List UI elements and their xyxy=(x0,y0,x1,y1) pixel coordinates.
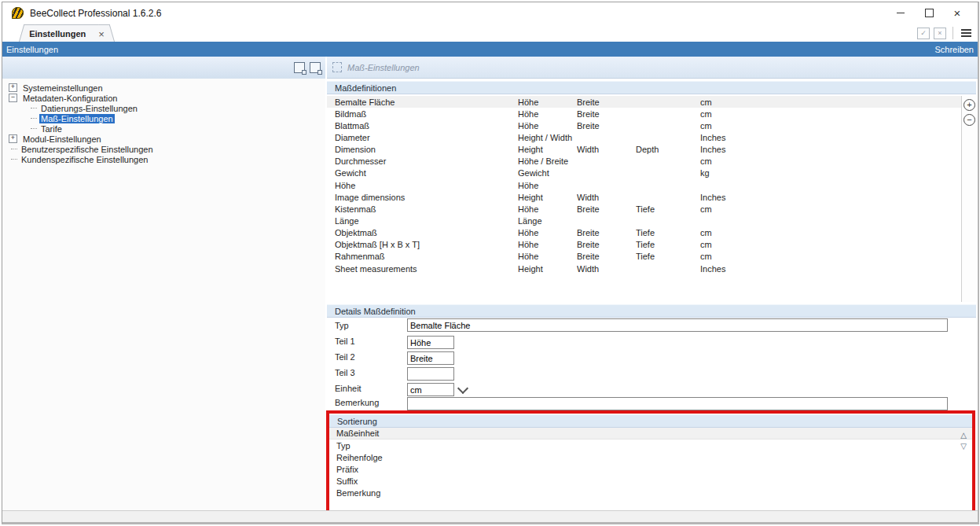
tree-item-label: Systemeinstellungen xyxy=(21,83,105,93)
minimize-icon xyxy=(897,13,905,13)
list-item-label: Präfix xyxy=(336,465,358,474)
menu-button[interactable] xyxy=(960,28,973,39)
table-row[interactable]: Objektmaß [H x B x T] Höhe Breite Tiefe … xyxy=(327,239,962,251)
chevron-down-icon[interactable] xyxy=(457,383,468,394)
teil3-input[interactable] xyxy=(407,367,454,381)
table-row[interactable]: Höhe Höhe xyxy=(327,179,962,191)
cell-teil1: Höhe xyxy=(518,228,577,237)
tree-item-metadaten-konfiguration[interactable]: − Metadaten-Konfiguration xyxy=(9,93,322,103)
cell-typ: Länge xyxy=(335,216,518,226)
remove-row-button[interactable]: − xyxy=(963,114,975,126)
list-item[interactable]: Maßeinheit xyxy=(329,428,972,440)
move-up-button[interactable]: △ xyxy=(960,432,967,440)
tree-item-label: Maß-Einstellungen xyxy=(39,114,115,123)
window-bottom-strip xyxy=(2,510,978,522)
teil1-input[interactable] xyxy=(407,336,454,349)
collapse-all-button[interactable] xyxy=(310,62,321,73)
cancel-checkbox-button[interactable]: × xyxy=(934,28,946,39)
close-button[interactable]: × xyxy=(943,5,971,21)
bemerkung-label: Bemerkung xyxy=(335,398,406,407)
tree-item-systemeinstellungen[interactable]: + Systemeinstellungen xyxy=(9,83,322,93)
move-down-button[interactable]: ▽ xyxy=(960,443,967,451)
command-bar-title: Einstellungen xyxy=(6,45,58,54)
cell-einheit: Inches xyxy=(700,264,962,274)
table-row[interactable]: Diameter Height / Width Inches xyxy=(327,131,962,143)
tree-connector xyxy=(31,118,37,119)
list-item-label: Typ xyxy=(336,441,351,451)
tree-item-datierungs-einstellungen[interactable]: Datierungs-Einstellungen xyxy=(9,103,322,113)
tree-connector xyxy=(31,128,37,129)
collapse-icon[interactable]: − xyxy=(9,94,17,102)
expand-all-button[interactable] xyxy=(294,62,305,73)
tab-close-icon[interactable]: × xyxy=(98,29,105,39)
tree-item-mass-einstellungen[interactable]: Maß-Einstellungen xyxy=(9,113,322,123)
close-icon: × xyxy=(954,7,961,19)
tree-item-modul-einstellungen[interactable]: + Modul-Einstellungen xyxy=(9,134,322,144)
cell-einheit: Inches xyxy=(700,145,962,154)
cell-einheit: cm xyxy=(700,97,962,107)
list-item[interactable]: Reihenfolge xyxy=(329,451,972,463)
cell-einheit: cm xyxy=(700,204,962,214)
annotation-highlight-box: Sortierung Maßeinheit Typ Reihenfolge Pr… xyxy=(326,410,975,516)
cell-typ: Bemalte Fläche xyxy=(335,97,518,107)
mass-einstellungen-panel: Maßdefinitionen Bemalte Fläche Höhe Brei… xyxy=(327,79,976,511)
einheit-dropdown[interactable] xyxy=(407,383,454,396)
table-row[interactable]: Kistenmaß Höhe Breite Tiefe cm xyxy=(327,203,962,215)
cell-teil3: Tiefe xyxy=(636,228,700,237)
maximize-button[interactable] xyxy=(915,5,943,21)
tab-einstellungen[interactable]: Einstellungen × xyxy=(26,24,108,42)
triangle-up-icon: △ xyxy=(960,431,967,440)
section-header-details: Details Maßdefinition xyxy=(327,304,976,318)
list-item-label: Suffix xyxy=(336,476,358,486)
teil2-label: Teil 2 xyxy=(335,352,406,362)
cell-teil1: Höhe xyxy=(518,240,577,249)
table-row[interactable]: Sheet measurements Height Width Inches xyxy=(327,263,962,274)
table-row[interactable]: Rahmenmaß Höhe Breite Tiefe cm xyxy=(327,251,962,263)
list-item[interactable]: Suffix xyxy=(329,475,972,487)
settings-tree: + Systemeinstellungen − Metadaten-Konfig… xyxy=(9,83,322,164)
minus-icon: − xyxy=(967,115,971,124)
table-row[interactable]: Objektmaß Höhe Breite Tiefe cm xyxy=(327,227,962,239)
typ-input[interactable] xyxy=(407,318,948,332)
cell-teil2: Width xyxy=(577,264,636,274)
cell-einheit: cm xyxy=(700,109,962,119)
minimize-button[interactable] xyxy=(886,5,915,21)
cell-teil1: Height xyxy=(518,264,577,274)
cell-teil3: Depth xyxy=(636,145,700,154)
expand-icon[interactable]: + xyxy=(9,83,17,92)
cell-typ: Blattmaß xyxy=(335,121,518,131)
tree-item-label: Modul-Einstellungen xyxy=(21,134,103,144)
section-header-massdefinitionen: Maßdefinitionen xyxy=(327,81,976,94)
section-title: Maßdefinitionen xyxy=(335,83,396,93)
table-row[interactable]: Dimension Height Width Depth Inches xyxy=(327,144,962,156)
list-item[interactable]: Bemerkung xyxy=(329,487,972,498)
apply-checkbox-button[interactable]: ✓ xyxy=(917,28,930,39)
bemerkung-input[interactable] xyxy=(407,397,948,410)
table-row[interactable]: Länge Länge xyxy=(327,215,962,226)
cell-typ: Kistenmaß xyxy=(335,204,518,214)
list-item[interactable]: Präfix xyxy=(329,463,972,475)
tree-item-tarife[interactable]: Tarife xyxy=(9,123,322,134)
list-item-label: Maßeinheit xyxy=(336,429,379,438)
table-row[interactable]: Durchmesser Höhe / Breite cm xyxy=(327,156,962,167)
cell-teil2: Breite xyxy=(577,121,636,131)
table-row[interactable]: Image dimensions Height Width Inches xyxy=(327,191,962,203)
panel-header: Maß-Einstellungen xyxy=(327,57,978,79)
table-row[interactable]: Gewicht Gewicht kg xyxy=(327,167,962,179)
tree-item-kundenspezifische-einstellungen[interactable]: Kundenspezifische Einstellungen xyxy=(9,154,322,164)
add-row-button[interactable]: + xyxy=(963,99,975,111)
expand-icon[interactable]: + xyxy=(9,134,17,143)
schreiben-action[interactable]: Schreiben xyxy=(934,45,974,54)
table-row[interactable]: Bildmaß Höhe Breite cm xyxy=(327,108,962,120)
cell-teil1: Höhe xyxy=(518,252,577,261)
cell-typ: Diameter xyxy=(335,133,518,142)
app-window: BeeCollect Professional 1.6.2.6 × Einste… xyxy=(2,2,979,524)
cell-typ: Durchmesser xyxy=(335,156,518,166)
tree-item-label: Datierungs-Einstellungen xyxy=(39,104,139,113)
tree-item-benutzerspezifische-einstellungen[interactable]: Benutzerspezifische Einstellungen xyxy=(9,144,322,154)
teil2-input[interactable] xyxy=(407,351,454,365)
list-item[interactable]: Typ xyxy=(329,440,972,451)
table-row[interactable]: Bemalte Fläche Höhe Breite cm xyxy=(327,96,962,108)
table-row[interactable]: Blattmaß Höhe Breite cm xyxy=(327,120,962,131)
cell-teil1: Height / Width xyxy=(518,133,577,142)
